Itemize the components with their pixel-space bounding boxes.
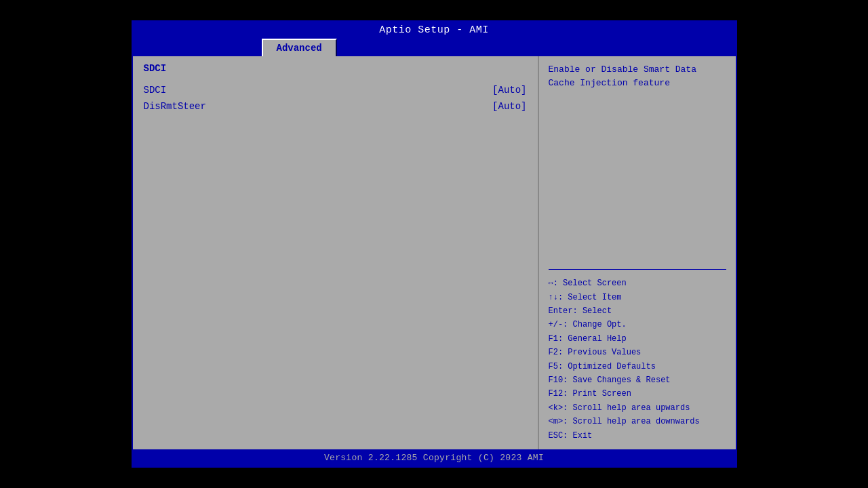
setting-label-disrmtsteer: DisRmtSteer	[144, 101, 206, 112]
shortcut-m: <m>: Scroll help area downwards	[549, 415, 726, 428]
shortcut-f10: F10: Save Changes & Reset	[549, 373, 726, 387]
left-panel: SDCI SDCI [Auto] DisRmtSteer [Auto]	[133, 56, 539, 449]
setting-row-disrmtsteer[interactable]: DisRmtSteer [Auto]	[144, 101, 527, 112]
footer-text: Version 2.22.1285 Copyright (C) 2023 AMI	[324, 453, 544, 463]
footer-bar: Version 2.22.1285 Copyright (C) 2023 AMI	[133, 449, 736, 466]
shortcut-select-screen: ↔: Select Screen	[549, 277, 726, 290]
section-title: SDCI	[144, 63, 527, 74]
panel-divider	[549, 269, 726, 270]
content-area: SDCI SDCI [Auto] DisRmtSteer [Auto] Enab…	[133, 56, 736, 449]
setting-value-sdci: [Auto]	[492, 85, 526, 96]
shortcut-f2: F2: Previous Values	[549, 346, 726, 359]
shortcut-f5: F5: Optimized Defaults	[549, 360, 726, 373]
tab-bar: Advanced	[133, 39, 736, 56]
setting-row-sdci[interactable]: SDCI [Auto]	[144, 85, 527, 96]
right-panel: Enable or Disable Smart Data Cache Injec…	[539, 56, 736, 449]
setting-label-sdci: SDCI	[144, 85, 167, 96]
shortcut-select-item: ↑↓: Select Item	[549, 291, 726, 304]
bios-window: Aptio Setup - AMI Advanced SDCI SDCI [Au…	[132, 20, 737, 468]
shortcut-f1: F1: General Help	[549, 332, 726, 346]
setting-value-disrmtsteer: [Auto]	[492, 101, 526, 112]
shortcut-enter: Enter: Select	[549, 304, 726, 318]
shortcut-k: <k>: Scroll help area upwards	[549, 401, 726, 415]
shortcut-f12: F12: Print Screen	[549, 387, 726, 401]
app-title: Aptio Setup - AMI	[379, 24, 489, 36]
shortcut-change-opt: +/-: Change Opt.	[549, 318, 726, 331]
help-text: Enable or Disable Smart Data Cache Injec…	[549, 63, 726, 262]
tab-advanced[interactable]: Advanced	[262, 39, 337, 56]
title-bar: Aptio Setup - AMI	[133, 22, 736, 39]
shortcut-esc: ESC: Exit	[549, 429, 726, 443]
shortcuts-list: ↔: Select Screen ↑↓: Select Item Enter: …	[549, 277, 726, 443]
